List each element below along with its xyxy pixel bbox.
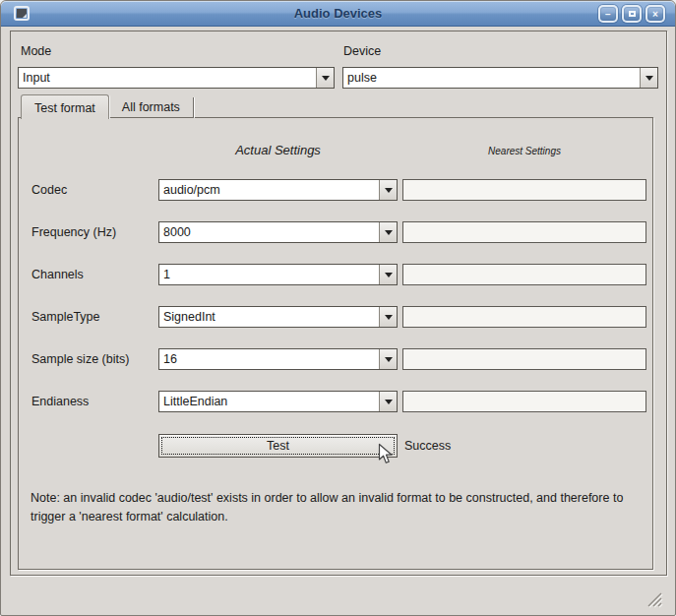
maximize-button[interactable] <box>622 5 642 23</box>
sampletype-label: SampleType <box>31 306 99 328</box>
endianess-label: Endianess <box>31 391 89 412</box>
endianess-nearest-field <box>402 391 646 412</box>
test-button[interactable]: Test <box>158 434 398 458</box>
nearest-settings-header: Nearest Settings <box>402 146 646 156</box>
note-text: Note: an invalid codec 'audio/test' exis… <box>31 489 639 526</box>
tab-test-format[interactable]: Test format <box>21 94 109 119</box>
endianess-select[interactable]: LittleEndian <box>158 391 398 412</box>
samplesize-label: Sample size (bits) <box>31 348 129 370</box>
codec-nearest-field <box>402 179 646 201</box>
mode-value: Input <box>19 68 316 88</box>
window-title: Audio Devices <box>1 1 675 27</box>
status-label: Success <box>404 434 451 458</box>
channels-select[interactable]: 1 <box>158 264 398 285</box>
close-icon: × <box>652 9 658 20</box>
codec-select[interactable]: audio/pcm <box>158 179 398 201</box>
titlebar[interactable]: Audio Devices − × <box>1 1 675 27</box>
window-controls: − × <box>598 5 665 23</box>
audio-devices-window: Audio Devices − × Mode Input Device puls… <box>0 0 676 616</box>
chevron-down-icon <box>379 307 397 327</box>
maximize-icon <box>629 11 636 17</box>
mode-label: Mode <box>21 40 51 62</box>
mode-select[interactable]: Input <box>18 67 335 89</box>
chevron-down-icon <box>379 180 397 200</box>
chevron-down-icon <box>379 392 397 411</box>
device-value: pulse <box>343 68 640 88</box>
sampletype-nearest-field <box>402 306 646 328</box>
chevron-down-icon <box>316 68 334 88</box>
device-label: Device <box>343 40 381 62</box>
codec-label: Codec <box>31 179 67 201</box>
channels-nearest-field <box>402 264 646 285</box>
actual-settings-header: Actual Settings <box>158 143 398 157</box>
frequency-label: Frequency (Hz) <box>31 221 116 243</box>
mouse-cursor <box>378 443 394 468</box>
samplesize-nearest-field <box>402 348 646 370</box>
close-button[interactable]: × <box>645 5 665 23</box>
chevron-down-icon <box>379 222 397 242</box>
frequency-select[interactable]: 8000 <box>158 221 398 243</box>
frequency-nearest-field <box>402 221 646 243</box>
minimize-button[interactable]: − <box>598 5 618 23</box>
chevron-down-icon <box>379 349 397 369</box>
minimize-icon: − <box>605 9 611 20</box>
chevron-down-icon <box>640 68 657 88</box>
channels-label: Channels <box>31 264 84 285</box>
device-select[interactable]: pulse <box>342 67 658 89</box>
samplesize-select[interactable]: 16 <box>158 348 398 370</box>
resize-grip[interactable] <box>645 590 663 611</box>
tab-all-formats[interactable]: All formats <box>109 97 194 118</box>
format-tabs: Test format All formats <box>21 94 194 118</box>
sampletype-select[interactable]: SignedInt <box>158 306 398 328</box>
chevron-down-icon <box>379 265 397 284</box>
